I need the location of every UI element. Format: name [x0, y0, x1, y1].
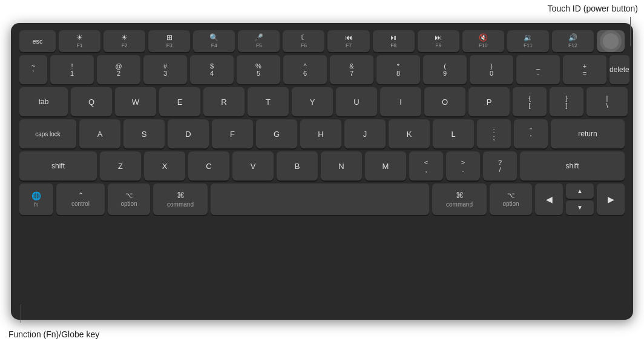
key-a[interactable]: A: [79, 119, 120, 148]
key-p[interactable]: P: [468, 87, 510, 116]
key-2[interactable]: @ 2: [97, 55, 140, 84]
key-arrow-down[interactable]: ▼: [566, 200, 594, 216]
key-i[interactable]: I: [380, 87, 421, 116]
key-f[interactable]: F: [212, 119, 253, 148]
key-f12[interactable]: 🔊 F12: [552, 30, 594, 52]
key-w[interactable]: W: [115, 87, 156, 116]
key-f10[interactable]: 🔇 F10: [462, 30, 504, 52]
key-m[interactable]: M: [365, 151, 406, 180]
key-right-bracket[interactable]: } ]: [550, 87, 583, 116]
key-command-right[interactable]: ⌘ command: [432, 184, 487, 215]
key-0[interactable]: ) 0: [470, 55, 513, 84]
key-command-left[interactable]: ⌘ command: [153, 184, 208, 215]
key-j[interactable]: J: [344, 119, 386, 148]
key-g[interactable]: G: [256, 119, 297, 148]
bottom-key-row: 🌐 fn ⌃ control ⌥ option ⌘ command ⌘ comm…: [19, 184, 625, 215]
key-f9[interactable]: ⏭ F9: [418, 30, 459, 52]
key-f5[interactable]: 🎤 F5: [238, 30, 280, 52]
key-9[interactable]: ( 9: [423, 55, 467, 84]
key-period[interactable]: > .: [446, 151, 480, 180]
key-shift-right[interactable]: shift: [520, 151, 625, 180]
key-control[interactable]: ⌃ control: [56, 184, 105, 215]
key-x[interactable]: X: [144, 151, 185, 180]
key-f8[interactable]: ⏯ F8: [373, 30, 415, 52]
annotation-line-bottom: [21, 305, 21, 323]
key-tab[interactable]: tab: [19, 87, 68, 116]
touch-id-annotation: Touch ID (power button): [548, 4, 638, 13]
key-esc[interactable]: esc: [19, 30, 56, 52]
key-y[interactable]: Y: [292, 87, 333, 116]
qwerty-key-row: tab Q W E R T Y U I O P { [ } ] | \: [19, 87, 625, 116]
key-caps-lock[interactable]: caps lock: [19, 119, 76, 148]
key-l[interactable]: L: [433, 119, 474, 148]
key-t[interactable]: T: [248, 87, 289, 116]
key-comma[interactable]: < ,: [409, 151, 443, 180]
key-quote[interactable]: " ': [514, 119, 548, 148]
key-d[interactable]: D: [168, 119, 209, 148]
key-h[interactable]: H: [300, 119, 341, 148]
key-slash[interactable]: ? /: [483, 151, 517, 180]
number-key-row: ~ ` ! 1 @ 2 # 3 $ 4 % 5 ^ 6 & 7: [19, 55, 625, 84]
key-option-right[interactable]: ⌥ option: [490, 184, 532, 215]
key-arrow-up[interactable]: ▲: [566, 184, 594, 199]
key-space[interactable]: [211, 184, 429, 215]
key-f11[interactable]: 🔉 F11: [507, 30, 549, 52]
key-o[interactable]: O: [424, 87, 465, 116]
key-equals[interactable]: + =: [563, 55, 606, 84]
key-7[interactable]: & 7: [330, 55, 373, 84]
key-f4[interactable]: 🔍 F4: [193, 30, 235, 52]
keyboard: esc ☀ F1 ☀ F2 ⊞ F3 🔍 F4 🎤 F5 ☾ F6 ⏮ F7: [11, 23, 633, 320]
fn-globe-annotation: Function (Fn)/Globe key: [8, 329, 99, 339]
key-delete[interactable]: delete: [610, 55, 629, 84]
key-semicolon[interactable]: : ;: [477, 119, 511, 148]
key-k[interactable]: K: [389, 119, 430, 148]
key-f1[interactable]: ☀ F1: [59, 30, 100, 52]
key-backtick[interactable]: ~ `: [19, 55, 47, 84]
key-6[interactable]: ^ 6: [283, 55, 327, 84]
key-8[interactable]: * 8: [376, 55, 420, 84]
asdf-key-row: caps lock A S D F G H J K L : ; " ' retu…: [19, 119, 625, 148]
key-s[interactable]: S: [123, 119, 165, 148]
key-arrow-right[interactable]: ▶: [597, 184, 625, 215]
key-u[interactable]: U: [336, 87, 377, 116]
key-backslash[interactable]: | \: [586, 87, 628, 116]
key-b[interactable]: B: [277, 151, 318, 180]
zxcv-key-row: shift Z X C V B N M < , > . ? / shift: [19, 151, 625, 180]
key-fn-globe[interactable]: 🌐 fn: [19, 184, 53, 215]
annotation-line-top: [630, 17, 631, 46]
key-option-left[interactable]: ⌥ option: [108, 184, 150, 215]
key-f7[interactable]: ⏮ F7: [327, 30, 369, 52]
key-return[interactable]: return: [551, 119, 625, 148]
key-f2[interactable]: ☀ F2: [104, 30, 145, 52]
key-3[interactable]: # 3: [143, 55, 187, 84]
key-f3[interactable]: ⊞ F3: [148, 30, 190, 52]
fn-key-row: esc ☀ F1 ☀ F2 ⊞ F3 🔍 F4 🎤 F5 ☾ F6 ⏮ F7: [19, 30, 625, 52]
key-arrow-left[interactable]: ◀: [535, 184, 563, 215]
key-q[interactable]: Q: [71, 87, 112, 116]
key-f6[interactable]: ☾ F6: [283, 30, 324, 52]
key-c[interactable]: C: [188, 151, 229, 180]
key-z[interactable]: Z: [100, 151, 141, 180]
key-4[interactable]: $ 4: [190, 55, 234, 84]
key-shift-left[interactable]: shift: [19, 151, 97, 180]
key-arrow-updown: ▲ ▼: [566, 184, 594, 215]
key-5[interactable]: % 5: [237, 55, 280, 84]
key-v[interactable]: V: [232, 151, 274, 180]
key-n[interactable]: N: [321, 151, 362, 180]
key-minus[interactable]: _ -: [516, 55, 560, 84]
key-left-bracket[interactable]: { [: [513, 87, 547, 116]
key-r[interactable]: R: [203, 87, 245, 116]
key-e[interactable]: E: [159, 87, 200, 116]
key-1[interactable]: ! 1: [50, 55, 94, 84]
key-touch-id[interactable]: [597, 30, 625, 52]
